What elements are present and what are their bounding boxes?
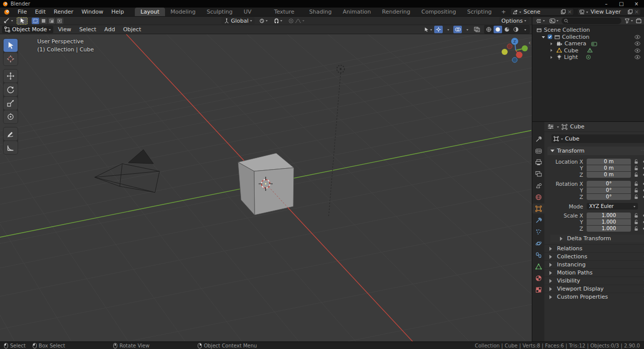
- minimize-button[interactable]: –: [599, 0, 614, 8]
- measure-tool-button[interactable]: [4, 141, 18, 154]
- tab-view-layer-properties[interactable]: [532, 169, 544, 179]
- gizmos-dropdown[interactable]: [444, 26, 452, 33]
- panel-relations[interactable]: Relations····: [544, 244, 644, 252]
- tab-texture-paint[interactable]: Texture Paint: [269, 8, 304, 16]
- tab-layout[interactable]: Layout: [135, 8, 165, 16]
- expand-icon[interactable]: [542, 36, 545, 40]
- remove-view-layer-icon[interactable]: ×: [634, 9, 639, 15]
- tab-render-properties[interactable]: [532, 146, 544, 156]
- gizmo-neg-x-axis[interactable]: [507, 44, 512, 49]
- menu-help[interactable]: Help: [107, 8, 128, 16]
- gizmo-neg-z-axis[interactable]: [512, 57, 517, 62]
- new-view-layer-icon[interactable]: [627, 9, 633, 15]
- new-collection-icon[interactable]: [636, 18, 642, 24]
- location-y-field[interactable]: 0 m: [587, 165, 631, 171]
- blender-menu-icon[interactable]: [0, 8, 14, 16]
- panel-viewport-display[interactable]: Viewport Display····: [544, 285, 644, 293]
- lock-open-icon[interactable]: [634, 172, 638, 177]
- transform-orientation-dropdown[interactable]: Global: [221, 17, 255, 24]
- hide-eye-icon[interactable]: [634, 41, 640, 46]
- maximize-button[interactable]: □: [614, 0, 629, 8]
- annotate-tool-button[interactable]: [4, 127, 18, 141]
- xray-toggle[interactable]: [472, 26, 481, 33]
- panel-collections[interactable]: Collections····: [544, 252, 644, 260]
- lock-open-icon[interactable]: [634, 220, 638, 225]
- object-name-field[interactable]: Cube: [551, 134, 644, 143]
- outliner-search[interactable]: [561, 18, 621, 24]
- location-x-field[interactable]: 0 m: [587, 159, 631, 165]
- overlays-dropdown[interactable]: [463, 26, 471, 33]
- scale-z-field[interactable]: 1.000: [587, 226, 631, 232]
- shading-solid-button[interactable]: [494, 26, 502, 33]
- select-mode-invert-button[interactable]: [56, 18, 63, 24]
- tab-scene-properties[interactable]: [532, 180, 544, 190]
- scale-tool-button[interactable]: [4, 97, 18, 110]
- lock-open-icon[interactable]: [634, 181, 638, 186]
- panel-visibility[interactable]: Visibility····: [544, 276, 644, 285]
- outliner-editor-type-button[interactable]: [534, 18, 546, 24]
- rotation-mode-dropdown[interactable]: XYZ Euler: [587, 203, 638, 210]
- expand-icon[interactable]: [550, 49, 553, 52]
- shading-material-button[interactable]: [503, 26, 511, 33]
- shading-dropdown[interactable]: [521, 26, 529, 33]
- tab-shading[interactable]: Shading: [304, 8, 338, 16]
- expand-icon[interactable]: [550, 56, 553, 59]
- close-button[interactable]: ×: [629, 0, 644, 8]
- tab-uv-editing[interactable]: UV Editing: [238, 8, 269, 16]
- expand-icon[interactable]: [550, 42, 553, 45]
- tab-texture-properties[interactable]: [532, 285, 544, 295]
- tab-animation[interactable]: Animation: [337, 8, 376, 16]
- hide-eye-icon[interactable]: [634, 48, 640, 53]
- camera-object[interactable]: [95, 150, 159, 192]
- sidebar-toggle-arrow[interactable]: ‹: [528, 39, 531, 46]
- collection-checkbox[interactable]: [547, 34, 552, 39]
- select-mode-set-button[interactable]: [32, 18, 39, 24]
- lock-open-icon[interactable]: [634, 226, 638, 231]
- gizmo-y-axis[interactable]: [522, 45, 528, 51]
- panel-custom-properties[interactable]: Custom Properties····: [544, 293, 644, 301]
- tab-material-properties[interactable]: [532, 273, 544, 283]
- new-scene-icon[interactable]: [560, 9, 566, 15]
- hide-eye-icon[interactable]: [634, 55, 640, 59]
- gizmos-toggle[interactable]: [434, 26, 443, 33]
- lock-open-icon[interactable]: [634, 166, 638, 171]
- gizmo-neg-y-axis[interactable]: [502, 49, 508, 55]
- shading-rendered-button[interactable]: [512, 26, 520, 33]
- tab-object-properties[interactable]: [532, 203, 544, 214]
- viewport-menu-view[interactable]: View: [54, 26, 74, 33]
- outliner-filter-button[interactable]: [623, 18, 634, 24]
- select-box-tool-button[interactable]: [4, 39, 18, 52]
- move-tool-button[interactable]: [4, 69, 18, 83]
- overlays-toggle[interactable]: [453, 26, 462, 33]
- lock-open-icon[interactable]: [634, 194, 638, 199]
- rotation-y-field[interactable]: 0°: [587, 187, 631, 193]
- tab-physics-properties[interactable]: [532, 238, 544, 248]
- editor-type-button[interactable]: [2, 17, 15, 24]
- lock-open-icon[interactable]: [634, 159, 638, 164]
- delta-transform-panel[interactable]: Delta Transform: [550, 235, 644, 242]
- object-visibility-dropdown[interactable]: [423, 26, 433, 33]
- scale-y-field[interactable]: 1.000: [587, 219, 631, 225]
- outliner-row-light[interactable]: Light: [532, 54, 644, 61]
- add-workspace-button[interactable]: +: [497, 8, 510, 16]
- active-tool-button[interactable]: [17, 17, 28, 25]
- select-mode-extend-button[interactable]: [40, 18, 47, 24]
- tab-constraint-properties[interactable]: [532, 250, 544, 260]
- scale-x-field[interactable]: 1.000: [587, 213, 631, 219]
- tab-object-data-properties[interactable]: [532, 261, 544, 271]
- shading-wireframe-button[interactable]: [485, 26, 493, 33]
- transform-panel-header[interactable]: Transform ····: [547, 147, 644, 155]
- options-dropdown[interactable]: Options: [499, 17, 529, 24]
- menu-render[interactable]: Render: [50, 8, 77, 16]
- viewport-canvas[interactable]: Z User Perspective (1) Collection | Cube: [0, 34, 532, 341]
- viewport-menu-add[interactable]: Add: [101, 26, 118, 33]
- proportional-editing-button[interactable]: [287, 18, 306, 24]
- viewport-menu-select[interactable]: Select: [75, 26, 100, 33]
- tab-modeling[interactable]: Modeling: [165, 8, 201, 16]
- outliner-row-collection[interactable]: Collection: [532, 34, 644, 41]
- tab-world-properties[interactable]: [532, 192, 544, 202]
- outliner-row-scene-collection[interactable]: Scene Collection: [532, 27, 644, 34]
- tab-scripting[interactable]: Scripting: [461, 8, 497, 16]
- tab-output-properties[interactable]: [532, 157, 544, 167]
- outliner-display-mode-button[interactable]: [548, 18, 560, 24]
